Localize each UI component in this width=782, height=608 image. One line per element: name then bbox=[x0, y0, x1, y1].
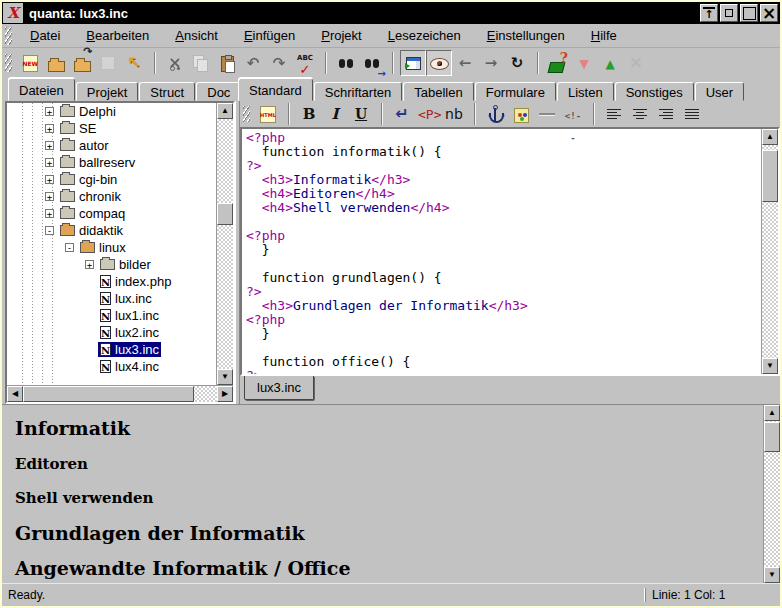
menu-lesezeichen[interactable]: Lesezeichen bbox=[375, 25, 474, 46]
non-breaking-space-button[interactable] bbox=[441, 101, 467, 127]
main-toolbar-grip[interactable] bbox=[5, 54, 12, 72]
tree-item-autor[interactable]: +autor bbox=[7, 137, 216, 154]
paste-button[interactable] bbox=[214, 50, 240, 76]
app-x-logo-icon[interactable] bbox=[3, 3, 23, 23]
document-tab-lux3inc[interactable]: lux3.inc bbox=[244, 376, 314, 400]
tree-item-lux4inc[interactable]: lux4.inc bbox=[7, 358, 216, 375]
shade-button[interactable] bbox=[700, 4, 718, 22]
tree-item-se[interactable]: +SE bbox=[7, 120, 216, 137]
maximize-button[interactable] bbox=[740, 4, 758, 22]
align-right-button[interactable] bbox=[653, 101, 679, 127]
close-button[interactable] bbox=[760, 4, 778, 22]
editor-vertical-scrollbar[interactable]: ▲ ▼ bbox=[761, 129, 778, 374]
scroll-up-arrow-icon[interactable]: ▲ bbox=[217, 103, 233, 119]
comment-button[interactable] bbox=[560, 101, 586, 127]
tree-item-chronik[interactable]: +chronik bbox=[7, 188, 216, 205]
preview-scroll-down-icon[interactable]: ▼ bbox=[764, 567, 780, 583]
image-button[interactable] bbox=[508, 101, 534, 127]
tree-item-lux1inc[interactable]: lux1.inc bbox=[7, 307, 216, 324]
tree-vscroll-track[interactable] bbox=[217, 119, 233, 369]
tab-user[interactable]: User bbox=[695, 82, 744, 101]
bold-button[interactable] bbox=[296, 101, 322, 127]
tab-projekt[interactable]: Projekt bbox=[76, 82, 138, 101]
reload-button[interactable] bbox=[504, 50, 530, 76]
open-recent-button[interactable] bbox=[69, 50, 95, 76]
editor-scroll-up-icon[interactable]: ▲ bbox=[762, 129, 778, 145]
menu-einstellungen[interactable]: Einstellungen bbox=[474, 25, 578, 46]
tree-item-indexphp[interactable]: index.php bbox=[7, 273, 216, 290]
new-button[interactable] bbox=[17, 50, 43, 76]
tab-schriftarten[interactable]: Schriftarten bbox=[314, 82, 402, 101]
find-button[interactable] bbox=[333, 50, 359, 76]
menu-ansicht[interactable]: Ansicht bbox=[162, 25, 231, 46]
scroll-down-arrow-icon[interactable]: ▼ bbox=[217, 369, 233, 385]
expand-plus-icon[interactable]: + bbox=[45, 107, 54, 116]
italic-button[interactable] bbox=[322, 101, 348, 127]
scroll-left-arrow-icon[interactable]: ◀ bbox=[7, 386, 23, 402]
tree-item-lux3inc[interactable]: lux3.inc bbox=[7, 341, 216, 358]
tree-item-ballreserv[interactable]: +ballreserv bbox=[7, 154, 216, 171]
align-left-button[interactable] bbox=[601, 101, 627, 127]
code-area[interactable]: <?php function informatik() {?> <h3>Info… bbox=[242, 129, 761, 374]
upload-button[interactable] bbox=[121, 50, 147, 76]
menu-datei[interactable]: Datei bbox=[17, 25, 73, 46]
align-center-button[interactable] bbox=[627, 101, 653, 127]
standard-toolbar-grip[interactable] bbox=[243, 106, 250, 122]
tab-struct[interactable]: Struct bbox=[139, 82, 195, 101]
paragraph-button[interactable] bbox=[415, 101, 441, 127]
find-next-button[interactable] bbox=[359, 50, 385, 76]
expand-plus-icon[interactable]: + bbox=[85, 260, 94, 269]
tree-vscroll-thumb[interactable] bbox=[217, 203, 233, 225]
spellcheck-button[interactable] bbox=[292, 50, 318, 76]
tree-vertical-scrollbar[interactable]: ▲ ▼ bbox=[216, 103, 233, 385]
horizontal-rule-button[interactable] bbox=[534, 101, 560, 127]
preview-vscroll-track[interactable] bbox=[764, 421, 780, 567]
html-doc-button[interactable] bbox=[255, 101, 281, 127]
tab-tabellen[interactable]: Tabellen bbox=[403, 82, 473, 101]
tree-item-linux[interactable]: -linux bbox=[7, 239, 216, 256]
iconify-button[interactable] bbox=[720, 4, 738, 22]
scroll-up-button[interactable] bbox=[597, 50, 623, 76]
tree-hscroll-thumb[interactable] bbox=[23, 386, 194, 402]
anchor-button[interactable] bbox=[482, 101, 508, 127]
preview-scroll-up-icon[interactable]: ▲ bbox=[764, 405, 780, 421]
underline-button[interactable] bbox=[348, 101, 374, 127]
tree-item-didaktik[interactable]: -didaktik bbox=[7, 222, 216, 239]
expand-plus-icon[interactable]: + bbox=[45, 158, 54, 167]
titlebar[interactable]: quanta: lux3.inc bbox=[2, 2, 780, 24]
preview-eye-button[interactable] bbox=[426, 50, 452, 76]
preview-vertical-scrollbar[interactable]: ▲ ▼ bbox=[763, 405, 780, 583]
editor-vscroll-thumb[interactable] bbox=[762, 150, 778, 202]
tree-hscroll-track[interactable] bbox=[23, 386, 217, 402]
tree-item-compaq[interactable]: +compaq bbox=[7, 205, 216, 222]
tree-item-bilder[interactable]: +bilder bbox=[7, 256, 216, 273]
preview-vscroll-thumb[interactable] bbox=[764, 422, 780, 452]
tab-sonstiges[interactable]: Sonstiges bbox=[615, 82, 694, 101]
tree-item-lux2inc[interactable]: lux2.inc bbox=[7, 324, 216, 341]
menu-einfgen[interactable]: Einfügen bbox=[231, 25, 308, 46]
line-break-button[interactable] bbox=[389, 101, 415, 127]
menu-bearbeiten[interactable]: Bearbeiten bbox=[73, 25, 162, 46]
tree-item-delphi[interactable]: +Delphi bbox=[7, 103, 216, 120]
tree-item-luxinc[interactable]: lux.inc bbox=[7, 290, 216, 307]
tab-dateien[interactable]: Dateien bbox=[8, 78, 75, 101]
expand-plus-icon[interactable]: + bbox=[45, 141, 54, 150]
expand-plus-icon[interactable]: + bbox=[45, 209, 54, 218]
collapse-minus-icon[interactable]: - bbox=[45, 226, 54, 235]
help-book-button[interactable] bbox=[545, 50, 571, 76]
tab-standard[interactable]: Standard bbox=[238, 78, 313, 101]
menu-projekt[interactable]: Projekt bbox=[308, 25, 374, 46]
open-button[interactable] bbox=[43, 50, 69, 76]
menubar-grip[interactable] bbox=[5, 27, 12, 45]
tree-item-cgibin[interactable]: +cgi-bin bbox=[7, 171, 216, 188]
expand-plus-icon[interactable]: + bbox=[45, 124, 54, 133]
expand-plus-icon[interactable]: + bbox=[45, 192, 54, 201]
tab-listen[interactable]: Listen bbox=[557, 82, 614, 101]
scroll-down-button[interactable] bbox=[571, 50, 597, 76]
tree-horizontal-scrollbar[interactable]: ◀ ▶ bbox=[7, 385, 233, 402]
collapse-minus-icon[interactable]: - bbox=[65, 243, 74, 252]
tab-formulare[interactable]: Formulare bbox=[475, 82, 556, 101]
editor-scroll-down-icon[interactable]: ▼ bbox=[762, 358, 778, 374]
align-justify-button[interactable] bbox=[679, 101, 705, 127]
menu-hilfe[interactable]: Hilfe bbox=[578, 25, 630, 46]
